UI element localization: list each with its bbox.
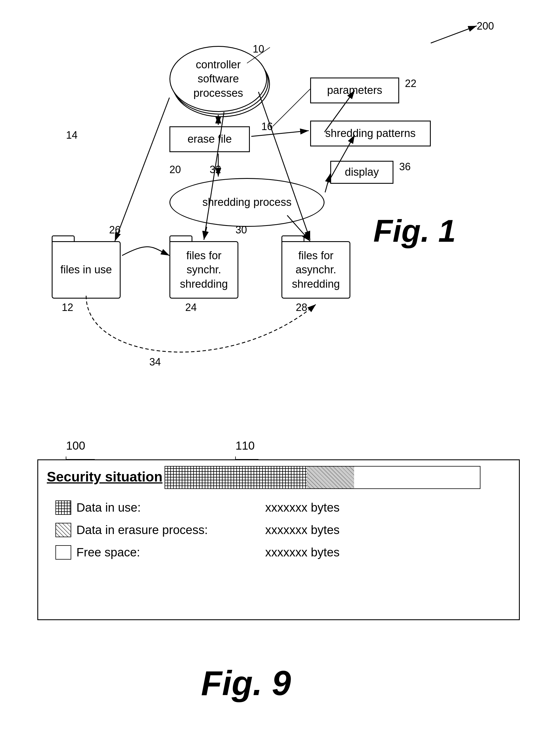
folder-body-synchr: files for synchr. shredding [169, 241, 238, 299]
legend-row-free: Free space: xxxxxxx bytes [55, 545, 340, 560]
progress-free [354, 466, 480, 488]
folder-body: files in use [52, 241, 121, 299]
progress-data-in-use [165, 466, 307, 488]
shredding-process-ellipse: shredding process [169, 178, 325, 227]
legend-icon-checker [55, 500, 71, 515]
ref-24: 24 [185, 302, 197, 314]
legend-value-free: xxxxxxx bytes [208, 545, 340, 559]
svg-line-12 [273, 89, 310, 126]
fig9-label: Fig. 9 [201, 663, 291, 703]
legend-label-free: Free space: [76, 545, 140, 559]
controller-label: controllersoftwareprocesses [169, 46, 267, 112]
ref-26: 26 [109, 224, 121, 236]
ref-16: 16 [261, 121, 273, 133]
ref-32: 32 [210, 164, 221, 176]
display-box: display [330, 161, 393, 184]
fig1-diagram: 200 10 controllersoftwareprocesses 16 er… [29, 17, 531, 433]
svg-line-2 [431, 26, 477, 43]
legend-label-erasure: Data in erasure process: [76, 523, 208, 537]
ref-20: 20 [169, 164, 181, 176]
ref-22: 22 [405, 78, 416, 90]
ref-36: 36 [399, 161, 411, 173]
fig1-label: Fig. 1 [373, 213, 456, 249]
legend-row-erasure: Data in erasure process: xxxxxxx bytes [55, 523, 340, 537]
ref-110: 110 [235, 439, 255, 452]
legend-label-data-in-use: Data in use: [76, 501, 141, 514]
ref-14: 14 [66, 129, 78, 141]
ref-100: 100 [66, 439, 85, 452]
ref-12: 12 [62, 302, 73, 314]
legend-icon-hatch [55, 523, 71, 537]
legend-row-data-in-use: Data in use: xxxxxxx bytes [55, 500, 340, 515]
ref-200: 200 [477, 20, 494, 32]
ref-30: 30 [235, 224, 247, 236]
progress-bar [165, 466, 480, 489]
legend-value-erasure: xxxxxxx bytes [208, 523, 340, 537]
folder-body-asynchr: files for asynchr. shredding [281, 241, 350, 299]
arrows-svg [29, 17, 531, 433]
svg-line-15 [251, 131, 309, 136]
legend-value-data-in-use: xxxxxxx bytes [208, 501, 340, 514]
ref-28: 28 [296, 302, 307, 314]
svg-line-6 [115, 98, 169, 241]
svg-line-13 [204, 227, 207, 240]
ref-10: 10 [253, 43, 264, 55]
parameters-box: parameters [310, 78, 399, 103]
shredding-patterns-box: shredding patterns [310, 121, 431, 146]
erase-file-box: erase file [169, 126, 250, 152]
security-situation-box: Security situation Data in use: xxxxxxx … [37, 459, 520, 620]
legend: Data in use: xxxxxxx bytes Data in erasu… [55, 500, 340, 568]
ref-34: 34 [149, 356, 161, 368]
progress-erasure [307, 466, 354, 488]
svg-line-11 [325, 174, 330, 192]
bracket-svg [37, 439, 520, 462]
security-title: Security situation [47, 469, 163, 485]
legend-icon-free [55, 545, 71, 560]
